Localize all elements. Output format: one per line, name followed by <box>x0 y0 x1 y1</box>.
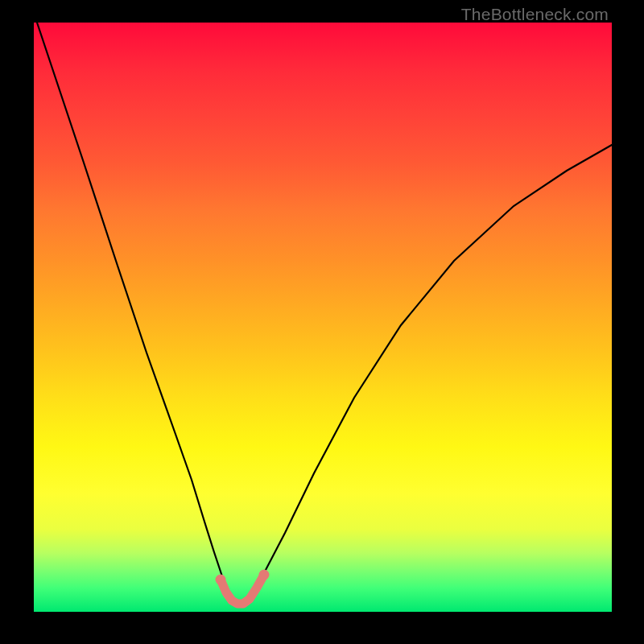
highlight-segment <box>221 575 264 604</box>
bottleneck-curve <box>37 23 612 603</box>
chart-frame: TheBottleneck.com <box>0 0 644 644</box>
plot-area <box>34 23 612 612</box>
watermark-text: TheBottleneck.com <box>461 5 609 24</box>
highlight-dot-left <box>216 575 226 585</box>
highlight-dot-right <box>259 570 270 580</box>
curve-svg <box>34 23 612 612</box>
